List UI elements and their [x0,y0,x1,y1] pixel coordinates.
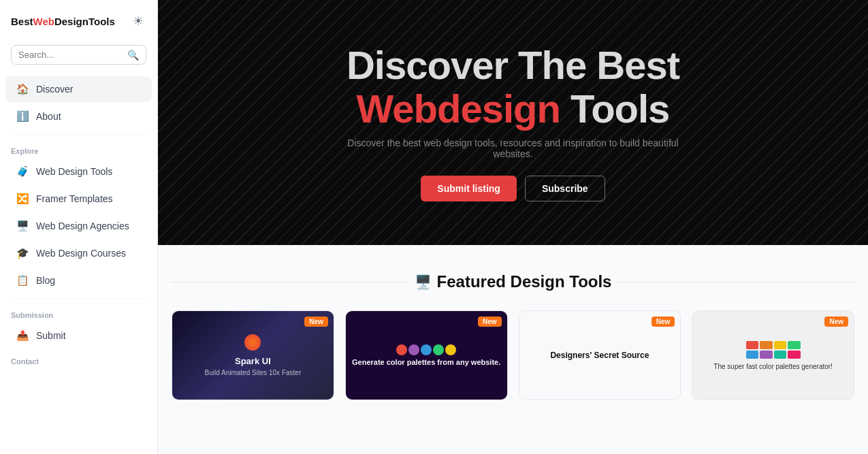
palette-dot-1 [396,344,407,355]
sidebar-item-framer-templates-label: Framer Templates [36,193,113,204]
palette-dot-5 [445,344,456,355]
featured-header: 🖥️ Featured Design Tools [172,272,854,291]
search-icon-button[interactable]: 🔍 [127,50,139,60]
sidebar-item-about[interactable]: ℹ️ About [5,103,152,129]
sidebar: BestWebDesignTools ☀ 🔍 🏠 Discover ℹ️ Abo… [0,0,158,454]
explore-section-label: Explore [0,139,157,158]
cards-grid: Spark UI Build Animated Sites 10x Faster… [172,310,854,400]
search-input[interactable] [18,50,123,60]
sidebar-header: BestWebDesignTools ☀ [0,0,157,39]
hero-buttons: Submit listing Subscribe [343,176,684,201]
sidebar-item-web-design-courses[interactable]: 🎓 Web Design Courses [5,240,152,266]
swatch-8 [788,351,801,359]
card-designers-secret[interactable]: Designers' Secret Source New [519,310,681,400]
swatch-3 [774,341,787,349]
swatch-7 [774,351,787,359]
sidebar-item-web-design-agencies[interactable]: 🖥️ Web Design Agencies [5,213,152,239]
card-color-palette-gen[interactable]: The super fast color palettes generator!… [692,310,854,400]
card-spark-ui-image: Spark UI Build Animated Sites 10x Faster… [172,311,334,400]
palette-dot-4 [433,344,444,355]
contact-section-label: Contact [0,349,157,368]
sidebar-item-discover-label: Discover [36,84,73,95]
card-designers-secret-badge: New [652,317,675,327]
submit-icon: 📤 [16,329,29,342]
hero-content: Discover The Best Webdesign Tools Discov… [316,44,711,201]
swatch-5 [746,351,759,359]
card-3-title: Designers' Secret Source [550,351,649,360]
sidebar-item-web-design-tools[interactable]: 🧳 Web Design Tools [5,159,152,184]
featured-section: 🖥️ Featured Design Tools Spark UI Build … [158,245,868,414]
featured-monitor-icon: 🖥️ [415,274,432,290]
sidebar-item-web-design-courses-label: Web Design Courses [36,248,126,259]
palette-dot-3 [421,344,432,355]
search-container: 🔍 [0,39,157,76]
divider-1 [11,134,146,135]
card-spark-ui[interactable]: Spark UI Build Animated Sites 10x Faster… [172,310,334,400]
hero-title: Discover The Best Webdesign Tools [343,44,684,131]
divider-2 [11,298,146,299]
featured-title: 🖥️ Featured Design Tools [415,272,612,291]
card-designers-secret-image: Designers' Secret Source New [519,311,681,400]
palette-colors [396,344,456,355]
framer-icon: 🔀 [16,193,29,205]
sidebar-item-web-design-tools-label: Web Design Tools [36,166,112,177]
sidebar-item-blog-label: Blog [36,275,55,286]
sidebar-item-submit[interactable]: 📤 Submit [5,323,152,348]
blog-icon: 📋 [16,274,29,287]
card-color-palette-gen-image: The super fast color palettes generator!… [692,311,854,400]
card-color-palette-gen-badge: New [824,317,848,327]
card-2-title: Generate color palettes from any website… [352,358,500,366]
card-palette-gen-image: Generate color palettes from any website… [346,311,507,400]
card-palette-gen[interactable]: Generate color palettes from any website… [345,310,508,400]
card-palette-gen-badge: New [478,317,502,327]
palette-dot-2 [408,344,419,355]
courses-icon: 🎓 [16,247,29,259]
sidebar-item-submit-label: Submit [36,330,66,341]
swatch-6 [760,351,773,359]
info-icon: ℹ️ [16,110,29,123]
card-4-title: The super fast color palettes generator! [713,363,833,370]
logo: BestWebDesignTools [11,16,115,27]
swatch-4 [788,341,801,349]
monitor-icon: 🖥️ [16,220,29,232]
sidebar-item-blog[interactable]: 📋 Blog [5,267,152,293]
home-icon: 🏠 [16,83,29,95]
swatch-2 [760,341,773,349]
theme-toggle-button[interactable]: ☀ [130,11,146,31]
sidebar-item-web-design-agencies-label: Web Design Agencies [36,221,129,231]
card-1-sub: Build Animated Sites 10x Faster [205,369,302,376]
subscribe-button[interactable]: Subscribe [525,176,605,201]
hero-subtitle: Discover the best web design tools, reso… [343,137,684,159]
main-content: Discover The Best Webdesign Tools Discov… [158,0,868,454]
search-box: 🔍 [11,45,146,65]
sidebar-item-about-label: About [36,111,61,122]
card-1-title: Spark UI [235,356,271,366]
swatch-1 [746,341,759,349]
card-spark-ui-badge: New [304,317,328,327]
briefcase-icon: 🧳 [16,165,29,178]
sidebar-item-framer-templates[interactable]: 🔀 Framer Templates [5,186,152,212]
hero-banner: Discover The Best Webdesign Tools Discov… [158,0,868,245]
submit-listing-button[interactable]: Submit listing [421,176,517,201]
spark-dot [244,334,261,351]
color-swatches [746,341,801,359]
sidebar-item-discover[interactable]: 🏠 Discover [5,76,152,102]
submission-section-label: Submission [0,303,157,322]
